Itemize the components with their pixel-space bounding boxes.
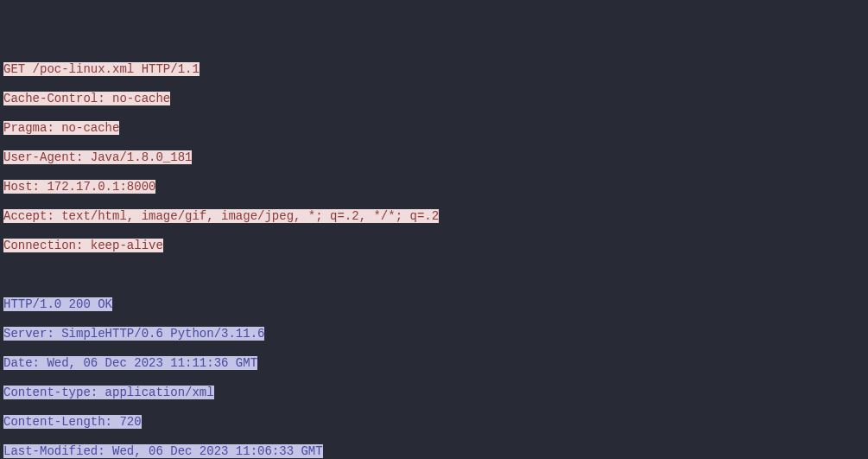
request-line: Pragma: no-cache	[3, 121, 865, 136]
http-response-text: Last-Modified: Wed, 06 Dec 2023 11:06:33…	[3, 444, 323, 458]
request-line: Host: 172.17.0.1:8000	[3, 180, 865, 194]
response-line: Content-Length: 720	[3, 415, 865, 430]
request-line: Accept: text/html, image/gif, image/jpeg…	[3, 209, 865, 224]
http-request-text: Accept: text/html, image/gif, image/jpeg…	[3, 209, 439, 223]
response-line: Last-Modified: Wed, 06 Dec 2023 11:06:33…	[3, 444, 865, 459]
request-line: User-Agent: Java/1.8.0_181	[3, 150, 865, 165]
blank-line	[3, 268, 865, 283]
http-request-text: Connection: keep-alive	[3, 239, 163, 252]
http-response-text: HTTP/1.0 200 OK	[3, 297, 112, 311]
http-request-text: User-Agent: Java/1.8.0_181	[3, 150, 192, 164]
http-request-text: GET /poc-linux.xml HTTP/1.1	[3, 62, 200, 76]
response-line: HTTP/1.0 200 OK	[3, 297, 865, 312]
http-response-text: Content-type: application/xml	[3, 386, 214, 399]
http-request-text: Cache-Control: no-cache	[3, 92, 170, 105]
http-request-text: Host: 172.17.0.1:8000	[3, 180, 155, 194]
response-line: Date: Wed, 06 Dec 2023 11:11:36 GMT	[3, 356, 865, 371]
http-response-text: Date: Wed, 06 Dec 2023 11:11:36 GMT	[3, 356, 257, 370]
http-request-text: Pragma: no-cache	[3, 121, 119, 135]
response-line: Server: SimpleHTTP/0.6 Python/3.11.6	[3, 327, 865, 341]
request-line: Cache-Control: no-cache	[3, 92, 865, 106]
http-response-text: Content-Length: 720	[3, 415, 142, 429]
http-response-text: Server: SimpleHTTP/0.6 Python/3.11.6	[3, 327, 264, 341]
request-line: GET /poc-linux.xml HTTP/1.1	[3, 62, 865, 77]
request-line: Connection: keep-alive	[3, 239, 865, 253]
response-line: Content-type: application/xml	[3, 386, 865, 400]
